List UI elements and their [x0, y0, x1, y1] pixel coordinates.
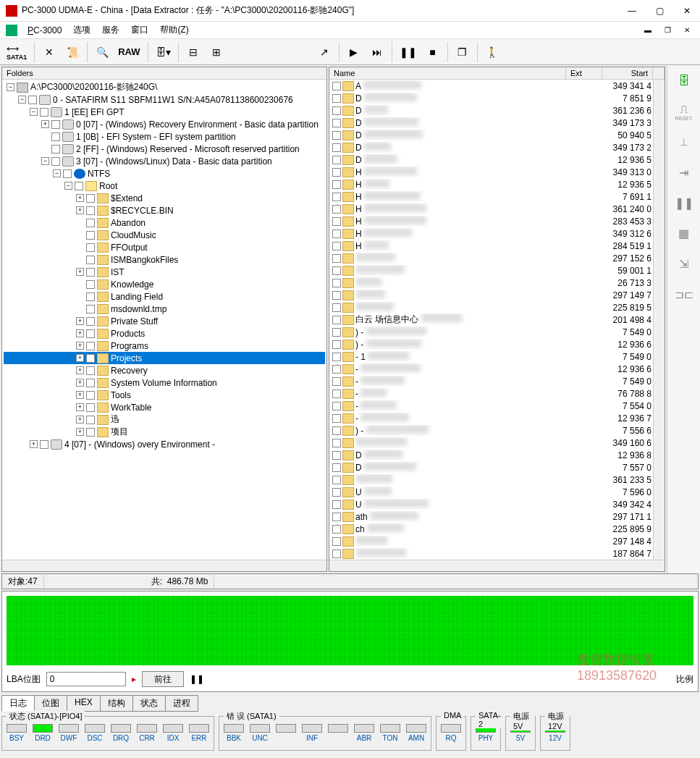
tree-checkbox[interactable]: [86, 231, 95, 240]
reset-icon[interactable]: ⎍RESET: [672, 101, 696, 122]
tree-node[interactable]: CloudMusic: [4, 229, 325, 241]
list-item[interactable]: A 349 341 4: [329, 80, 653, 92]
expand-toggle[interactable]: +: [76, 342, 84, 350]
tree-node[interactable]: −0 - SATAFIRM S11 SBFM11W1 S/N:A45A07811…: [4, 93, 325, 106]
list-item[interactable]: D 7 851 9: [329, 92, 653, 104]
expand-toggle[interactable]: +: [30, 440, 38, 448]
tab-进程[interactable]: 进程: [165, 695, 198, 712]
tree-checkbox[interactable]: [86, 317, 95, 326]
row-checkbox[interactable]: [332, 488, 341, 497]
tree-node[interactable]: +Programs: [4, 340, 325, 352]
minimize-button[interactable]: —: [625, 6, 639, 16]
col-name[interactable]: Name: [329, 67, 566, 79]
list-item[interactable]: D 349 173 3: [329, 117, 653, 129]
list-item[interactable]: ath 297 171 1: [329, 510, 653, 523]
row-checkbox[interactable]: [332, 365, 341, 374]
expand-toggle[interactable]: −: [41, 157, 49, 165]
row-checkbox[interactable]: [332, 476, 341, 484]
row-checkbox[interactable]: [332, 353, 341, 361]
tools-icon[interactable]: ✕: [38, 41, 60, 63]
stop-icon[interactable]: ■: [422, 41, 444, 63]
chip-icon[interactable]: ▦: [672, 223, 696, 243]
row-checkbox[interactable]: [332, 156, 341, 164]
tree-checkbox[interactable]: [51, 145, 60, 153]
expand-toggle[interactable]: −: [7, 83, 14, 91]
tree-node[interactable]: +Private Stuff: [4, 315, 325, 327]
tree-node[interactable]: Abandon: [4, 216, 325, 229]
row-checkbox[interactable]: [332, 525, 341, 534]
tree-checkbox[interactable]: [86, 292, 95, 301]
list-item[interactable]: H 283 453 3: [329, 215, 653, 227]
tree-checkbox[interactable]: [51, 132, 60, 141]
row-checkbox[interactable]: [332, 106, 341, 115]
disk-connect-icon[interactable]: 🗄: [672, 71, 696, 91]
list-item[interactable]: ) - 7 556 6: [329, 424, 653, 437]
row-checkbox[interactable]: [332, 414, 341, 423]
tree-node[interactable]: +Recovery: [4, 364, 325, 376]
pause3-icon[interactable]: ❚❚: [190, 674, 204, 684]
list-item[interactable]: 26 713 3: [329, 277, 653, 289]
row-checkbox[interactable]: [332, 193, 341, 201]
row-checkbox[interactable]: [332, 94, 341, 103]
tree-node[interactable]: +0 [07] - (Windows) Recovery Environment…: [4, 118, 325, 130]
tab-HEX[interactable]: HEX: [67, 695, 101, 712]
menu-pc3000[interactable]: PPC-3000C-3000: [23, 24, 66, 37]
tab-日志[interactable]: 日志: [1, 695, 35, 712]
tree-checkbox[interactable]: [86, 428, 95, 437]
row-checkbox[interactable]: [332, 217, 341, 226]
expand-toggle[interactable]: +: [76, 354, 84, 362]
row-checkbox[interactable]: [332, 229, 341, 238]
mdi-restore-icon[interactable]: ❐: [660, 25, 675, 35]
row-checkbox[interactable]: [332, 180, 341, 189]
list-item[interactable]: H 361 240 0: [329, 203, 653, 215]
tree-checkbox[interactable]: [86, 403, 95, 412]
list-item[interactable]: D 50 940 5: [329, 129, 653, 141]
tree-node[interactable]: +4 [07] - (Windows) overy Environment -: [4, 438, 325, 450]
port-button[interactable]: ⟷SATA1: [3, 41, 30, 63]
tree-checkbox[interactable]: [86, 256, 95, 264]
list-item[interactable]: H 12 936 5: [329, 178, 653, 190]
list-item[interactable]: D 7 557 0: [329, 461, 653, 473]
row-checkbox[interactable]: [332, 340, 341, 349]
list-item[interactable]: H 7 691 1: [329, 190, 653, 203]
tab-位图[interactable]: 位图: [34, 695, 67, 712]
export-icon[interactable]: ↗: [313, 41, 335, 63]
connector-icon[interactable]: ⊐⊏: [672, 284, 696, 304]
row-checkbox[interactable]: [332, 303, 341, 312]
expand-toggle[interactable]: +: [76, 194, 84, 202]
tree-node[interactable]: 1 [0B] - EFI System - EFI system partiti…: [4, 130, 325, 143]
list-item[interactable]: ) - 7 549 0: [329, 326, 653, 338]
expand-toggle[interactable]: −: [30, 108, 38, 116]
tree-node[interactable]: +$RECYCLE.BIN: [4, 204, 325, 216]
row-checkbox[interactable]: [332, 119, 341, 127]
list-header[interactable]: Name Ext Start: [329, 67, 665, 80]
menu-help[interactable]: 帮助(Z): [156, 22, 193, 38]
list-item[interactable]: 59 001 1: [329, 264, 653, 277]
lba-marker-icon[interactable]: ▸: [132, 674, 136, 684]
row-checkbox[interactable]: [332, 316, 341, 324]
list-item[interactable]: H 349 313 0: [329, 166, 653, 178]
row-checkbox[interactable]: [332, 451, 341, 460]
file-list[interactable]: A 349 341 4D 7 851 9D 361 236 6D 349 173…: [329, 80, 653, 560]
list-item[interactable]: - 7 554 0: [329, 400, 653, 412]
step-icon[interactable]: ⏭: [366, 41, 388, 63]
expand-toggle[interactable]: −: [18, 96, 26, 104]
list-item[interactable]: 297 152 6: [329, 252, 653, 264]
row-checkbox[interactable]: [332, 168, 341, 177]
lba-input[interactable]: [46, 672, 126, 686]
list-item[interactable]: D 349 173 2: [329, 141, 653, 153]
menu-window[interactable]: 窗口: [127, 22, 153, 38]
binoculars-icon[interactable]: 🔍: [91, 41, 113, 63]
tree-node[interactable]: 2 [FF] - (Windows) Reserved - Microsoft …: [4, 143, 325, 155]
expand-toggle[interactable]: +: [76, 391, 84, 399]
tree-checkbox[interactable]: [86, 391, 95, 400]
tree-checkbox[interactable]: [86, 243, 95, 252]
row-checkbox[interactable]: [332, 500, 341, 509]
play-icon[interactable]: ▶: [343, 41, 365, 63]
tree-checkbox[interactable]: [51, 157, 60, 166]
list-item[interactable]: 白云 场信息中心 201 498 4: [329, 313, 653, 326]
expand-toggle[interactable]: +: [76, 366, 84, 374]
tree-node[interactable]: FFOutput: [4, 241, 325, 253]
tree-expand-icon[interactable]: ⊞: [206, 41, 227, 63]
list-item[interactable]: H 349 312 6: [329, 227, 653, 240]
